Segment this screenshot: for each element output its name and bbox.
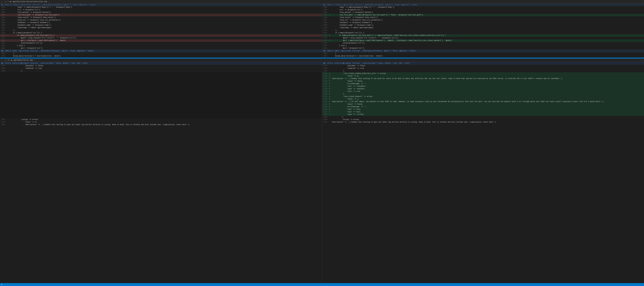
table-row (0, 77, 322, 80)
diff-container: ∨ ⎇ 7 ■■ app/Controller/ServersControlle… (0, 0, 644, 286)
table-row: 2016 unset($request['url']); (322, 42, 644, 44)
diff-pane-left-2[interactable]: @@ -1279,6 +1279,23 @@ public function _… (0, 62, 322, 283)
branch-icon-2: ⎇ (4, 59, 6, 61)
tab-number-1[interactable]: 7 (8, 1, 8, 2)
hunk-label-right-2: @@ -2082,6 +2082,7 @@ private function _… (322, 50, 644, 52)
status-bar: ● (0, 283, 644, 286)
table-row: 2018 $url = $request['url']; (322, 47, 644, 50)
table-row (0, 75, 322, 77)
table-row: 2009 'bookmark_name' => $request['name']… (322, 24, 644, 26)
table-row (0, 116, 322, 118)
table-row (0, 106, 322, 108)
tab-file-1[interactable]: app/Controller/ServersController.php (13, 1, 47, 2)
table-row: 2003 'url' => $request['url'], (322, 9, 644, 11)
table-row: 2017 } else { (0, 44, 322, 47)
copy-icon-1[interactable]: ⬚ (48, 1, 50, 3)
table-row: 2083 $view_data['duration'] = microtime(… (0, 55, 322, 57)
diff-pane-right-1[interactable]: @@ -2002,17 +2002,17 @@ private function… (322, 3, 644, 58)
copy-icon-2[interactable]: ⬚ (34, 59, 35, 61)
table-row: 1291 + 'rest_client_baseurl' => array( (322, 95, 644, 98)
table-row (0, 111, 322, 113)
table-row: 2012 if (!empty($request['url'])) { (322, 32, 644, 34)
table-row: 2016 unset($request['url']); (0, 42, 322, 44)
table-row: 1284 'description' => __('Enable this se… (0, 123, 322, 126)
table-row: 2082 } (322, 52, 644, 55)
tab-number-2[interactable]: 17 (8, 59, 10, 61)
expand-icon[interactable]: ⤢ (642, 1, 643, 3)
table-row: 1282 + 'rest_client_enable_arbitrary_url… (322, 72, 644, 75)
table-row: 1289 + 'null' => true (322, 90, 644, 93)
table-row: 2003 'url' => $request['url'], (0, 9, 322, 11)
table-row: 2007 'skip_ssl' => $request['skip_ssl_va… (0, 19, 322, 21)
table-row: 1293 + 'description' => __('If left empt… (322, 100, 644, 103)
hunk-header-1 (0, 3, 644, 4)
tab-bar-2: ∨ ⎇ 17 ■■ app/Model/Server.php ⬚ ⤢ (0, 58, 644, 62)
branch-icon: ⎇ (4, 1, 6, 3)
tab-file-2[interactable]: app/Model/Server.php (14, 59, 33, 61)
hunk-label-right-3: @@ -1279,6 +1279,23 @@ public function _… (322, 62, 644, 65)
table-row (0, 80, 322, 82)
table-row: 2005 + 'use_full_path' => empty($request… (322, 14, 644, 16)
table-row: 1283 'level' => 0, (0, 121, 322, 123)
table-row: 2006 'show_result' => $request['show_res… (0, 16, 322, 19)
table-row: 2015 + $url = empty(Configure::read('MIS… (322, 39, 644, 42)
table-row: 1287 + 'test' => 'testBool', (322, 85, 644, 88)
table-row: 2014 $path = preg_replace('#^(://{?})+#'… (322, 37, 644, 39)
table-row: 1297 + 'null' => null, (322, 111, 644, 113)
table-row: 1300 'syslog' => array( (322, 118, 644, 121)
diff-section-2: @@ -1279,6 +1279,23 @@ public function _… (0, 62, 644, 283)
table-row (0, 103, 322, 106)
table-row: 2011 ); (322, 29, 644, 32)
table-row: 2013 + if (empty($request['use_full_path… (322, 34, 644, 37)
table-row: 2008 'bookmark' => $request['bookmark'], (0, 21, 322, 24)
collapse-icon-2[interactable]: ∨ (1, 59, 2, 61)
table-row: 2010 'timestamp' => $date->getTimestamp(… (322, 26, 644, 29)
table-row: 2013 - if (empty($request['use_full_path… (0, 34, 322, 37)
table-row (0, 95, 322, 98)
diff-pane-left-1[interactable]: @@ -2002,17 +2002,17 @@ private function… (0, 3, 322, 58)
table-row: 1301 'description' => __('Enable this se… (322, 121, 644, 123)
table-row: 1279 'editable' => false, (322, 65, 644, 67)
table-row: 1283 + 'level' => 0, (322, 75, 644, 77)
table-row: 1286 + 'errorMessage' => '', (322, 82, 644, 85)
table-row: 1282 'syslog' => array( (0, 118, 322, 121)
table-row: 1299 ), (322, 116, 644, 118)
table-row: 1280 'redacted' => true (322, 67, 644, 70)
collapse-icon[interactable]: ∨ (1, 1, 2, 3)
table-row: 1288 + 'type' => 'boolean', (322, 88, 644, 90)
table-row: 2005 - 'use_full_path' => $request['use_… (0, 14, 322, 16)
table-row (0, 90, 322, 93)
table-row (0, 113, 322, 116)
diff-pane-right-2[interactable]: @@ -1279,6 +1279,23 @@ public function _… (322, 62, 644, 283)
table-row (0, 72, 322, 75)
expand-icon-2[interactable]: ⤢ (642, 59, 643, 61)
tab-dot-2: ■■ (11, 59, 12, 61)
table-row: 2007 'skip_ssl' => $request['skip_ssl_va… (322, 19, 644, 21)
table-row: 2004 'http_method' => $request['method']… (0, 11, 322, 14)
table-row: 2014 $path = preg_replace('#^(://{?})+#'… (0, 37, 322, 39)
table-row: 2017 } else { (322, 44, 644, 47)
table-row: 1284 + 'description' => __('Enable this … (322, 77, 644, 80)
diff-section-1: @@ -2002,17 +2002,17 @@ private function… (0, 3, 644, 58)
table-row (0, 98, 322, 100)
table-row: 2012 if (!empty($request['url'])) { (0, 32, 322, 34)
table-row (0, 85, 322, 88)
status-text: ● (1, 284, 2, 286)
table-row: 1290 + ), (322, 93, 644, 95)
table-row: 2008 'bookmark' => $request['bookmark'], (322, 21, 644, 24)
table-row: 1285 + 'value' => false, (322, 80, 644, 82)
table-row: 2006 'show_result' => $request['show_res… (322, 16, 644, 19)
table-row: 2084 $view_data['duration'] = round($vie… (322, 57, 644, 58)
table-row: 2083 $view_data['duration'] = microtime(… (322, 55, 644, 57)
table-row: 1295 + 'errorMessage' => '', (322, 106, 644, 108)
table-row: 2010 'timestamp' => $date->getTimestamp(… (0, 26, 322, 29)
table-row: 1296 + 'test' => null, (322, 108, 644, 111)
table-row: 2002 'body' => empty($request['body']) ?… (0, 6, 322, 9)
table-row (0, 82, 322, 85)
hunk-label-left-3: @@ -1279,6 +1279,23 @@ public function _… (0, 62, 322, 65)
tab-dot-1: ■■ (10, 1, 11, 2)
table-row: 2082 } (0, 52, 322, 55)
table-row: 1292 + 'level' => 1, (322, 98, 644, 100)
table-row: 1281 ), (0, 70, 322, 72)
table-row (0, 108, 322, 111)
